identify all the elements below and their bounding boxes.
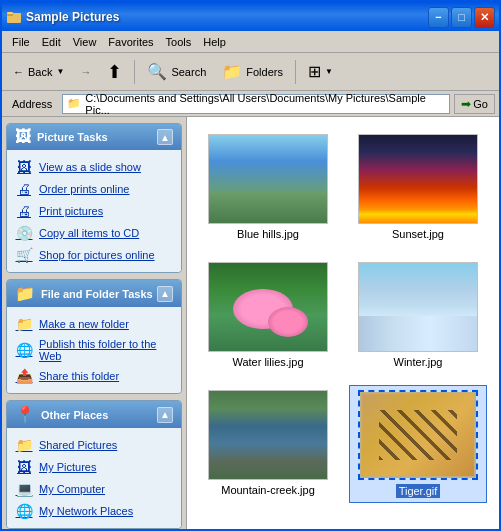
menu-view[interactable]: View: [67, 34, 103, 50]
my-computer-icon: 💻: [15, 481, 33, 497]
back-icon: ←: [13, 66, 24, 78]
shared-pictures-icon: 📁: [15, 437, 33, 453]
file-thumbnail-tiger: [358, 390, 478, 480]
window-icon: [6, 9, 22, 25]
menu-tools[interactable]: Tools: [160, 34, 198, 50]
folders-icon: 📁: [222, 62, 242, 81]
menu-help[interactable]: Help: [197, 34, 232, 50]
folders-button[interactable]: 📁 Folders: [215, 57, 290, 87]
panel-other-places-collapse[interactable]: ▲: [157, 407, 173, 423]
panel-picture-tasks-collapse[interactable]: ▲: [157, 129, 173, 145]
panel-file-folder-tasks: 📁 File and Folder Tasks ▲ 📁 Make a new f…: [6, 279, 182, 394]
panel-item-network-places[interactable]: 🌐 My Network Places: [11, 500, 177, 522]
copy-cd-label: Copy all items to CD: [39, 227, 139, 239]
back-button[interactable]: ← Back ▼: [6, 57, 71, 87]
svg-rect-2: [7, 12, 13, 14]
shop-label: Shop for pictures online: [39, 249, 155, 261]
order-prints-label: Order prints online: [39, 183, 130, 195]
panel-other-places-header-left: 📍 Other Places: [15, 405, 108, 424]
panel-item-shared-pictures[interactable]: 📁 Shared Pictures: [11, 434, 177, 456]
file-item-tiger[interactable]: Tiger.gif: [349, 385, 487, 503]
up-icon: ⬆: [107, 61, 122, 83]
menu-bar: File Edit View Favorites Tools Help: [2, 31, 499, 53]
panel-item-print[interactable]: 🖨 Print pictures: [11, 200, 177, 222]
toolbar-separator-1: [134, 60, 135, 84]
sidebar: 🖼 Picture Tasks ▲ 🖼 View as a slide show…: [2, 117, 187, 529]
go-arrow-icon: ➡: [461, 97, 471, 111]
panel-item-order-prints[interactable]: 🖨 Order prints online: [11, 178, 177, 200]
file-area[interactable]: Blue hills.jpg Sunset.jpg Water lilies.j…: [187, 117, 499, 529]
panel-item-share-folder[interactable]: 📤 Share this folder: [11, 365, 177, 387]
file-grid: Blue hills.jpg Sunset.jpg Water lilies.j…: [195, 125, 491, 507]
file-item-blue-hills[interactable]: Blue hills.jpg: [199, 129, 337, 245]
views-button[interactable]: ⊞ ▼: [301, 57, 340, 87]
file-name-sunset: Sunset.jpg: [392, 228, 444, 240]
file-name-blue-hills: Blue hills.jpg: [237, 228, 299, 240]
title-bar: Sample Pictures − □ ✕: [2, 3, 499, 31]
panel-picture-tasks-title: Picture Tasks: [37, 131, 108, 143]
my-computer-label: My Computer: [39, 483, 105, 495]
file-name-winter: Winter.jpg: [394, 356, 443, 368]
panel-other-places: 📍 Other Places ▲ 📁 Shared Pictures 🖼 My …: [6, 400, 182, 529]
file-item-winter[interactable]: Winter.jpg: [349, 257, 487, 373]
panel-item-my-pictures[interactable]: 🖼 My Pictures: [11, 456, 177, 478]
go-button[interactable]: ➡ Go: [454, 94, 495, 114]
shared-pictures-label: Shared Pictures: [39, 439, 117, 451]
search-icon: 🔍: [147, 62, 167, 81]
panel-file-folder-tasks-title: File and Folder Tasks: [41, 288, 153, 300]
file-thumbnail-mountain-creek: [208, 390, 328, 480]
address-input-container[interactable]: 📁 C:\Documents and Settings\All Users\Do…: [62, 94, 450, 114]
publish-web-icon: 🌐: [15, 342, 33, 358]
search-label: Search: [171, 66, 206, 78]
new-folder-icon: 📁: [15, 316, 33, 332]
menu-edit[interactable]: Edit: [36, 34, 67, 50]
file-thumbnail-blue-hills: [208, 134, 328, 224]
search-button[interactable]: 🔍 Search: [140, 57, 213, 87]
img-blue-hills: [209, 135, 327, 223]
file-item-water-lilies[interactable]: Water lilies.jpg: [199, 257, 337, 373]
panel-item-publish-web[interactable]: 🌐 Publish this folder to the Web: [11, 335, 177, 365]
minimize-button[interactable]: −: [428, 7, 449, 28]
forward-button[interactable]: →: [73, 57, 98, 87]
publish-web-label: Publish this folder to the Web: [39, 338, 173, 362]
maximize-button[interactable]: □: [451, 7, 472, 28]
panel-item-my-computer[interactable]: 💻 My Computer: [11, 478, 177, 500]
slideshow-icon: 🖼: [15, 159, 33, 175]
panel-picture-tasks-header[interactable]: 🖼 Picture Tasks ▲: [7, 124, 181, 150]
img-water-lilies: [209, 263, 327, 351]
address-bar: Address 📁 C:\Documents and Settings\All …: [2, 91, 499, 117]
close-button[interactable]: ✕: [474, 7, 495, 28]
menu-file[interactable]: File: [6, 34, 36, 50]
file-thumbnail-winter: [358, 262, 478, 352]
share-folder-icon: 📤: [15, 368, 33, 384]
shop-icon: 🛒: [15, 247, 33, 263]
panel-item-slideshow[interactable]: 🖼 View as a slide show: [11, 156, 177, 178]
panel-item-copy-cd[interactable]: 💿 Copy all items to CD: [11, 222, 177, 244]
file-item-mountain-creek[interactable]: Mountain-creek.jpg: [199, 385, 337, 503]
panel-item-shop[interactable]: 🛒 Shop for pictures online: [11, 244, 177, 266]
address-path: C:\Documents and Settings\All Users\Docu…: [85, 92, 445, 116]
folders-label: Folders: [246, 66, 283, 78]
up-button[interactable]: ⬆: [100, 57, 129, 87]
panel-item-new-folder[interactable]: 📁 Make a new folder: [11, 313, 177, 335]
window: Sample Pictures − □ ✕ File Edit View Fav…: [0, 0, 501, 531]
file-item-sunset[interactable]: Sunset.jpg: [349, 129, 487, 245]
panel-file-folder-tasks-header-left: 📁 File and Folder Tasks: [15, 284, 153, 303]
file-thumbnail-water-lilies: [208, 262, 328, 352]
panel-other-places-content: 📁 Shared Pictures 🖼 My Pictures 💻 My Com…: [7, 428, 181, 528]
panel-other-places-header[interactable]: 📍 Other Places ▲: [7, 401, 181, 428]
go-label: Go: [473, 98, 488, 110]
img-sunset: [359, 135, 477, 223]
address-folder-icon: 📁: [67, 97, 81, 110]
panel-picture-tasks: 🖼 Picture Tasks ▲ 🖼 View as a slide show…: [6, 123, 182, 273]
file-name-water-lilies: Water lilies.jpg: [232, 356, 303, 368]
order-prints-icon: 🖨: [15, 181, 33, 197]
panel-file-folder-tasks-content: 📁 Make a new folder 🌐 Publish this folde…: [7, 307, 181, 393]
menu-favorites[interactable]: Favorites: [102, 34, 159, 50]
back-chevron-icon: ▼: [56, 67, 64, 76]
panel-file-folder-tasks-collapse[interactable]: ▲: [157, 286, 173, 302]
toolbar: ← Back ▼ → ⬆ 🔍 Search 📁 Folders ⊞ ▼: [2, 53, 499, 91]
panel-other-places-title: Other Places: [41, 409, 108, 421]
panel-file-folder-tasks-header[interactable]: 📁 File and Folder Tasks ▲: [7, 280, 181, 307]
copy-cd-icon: 💿: [15, 225, 33, 241]
